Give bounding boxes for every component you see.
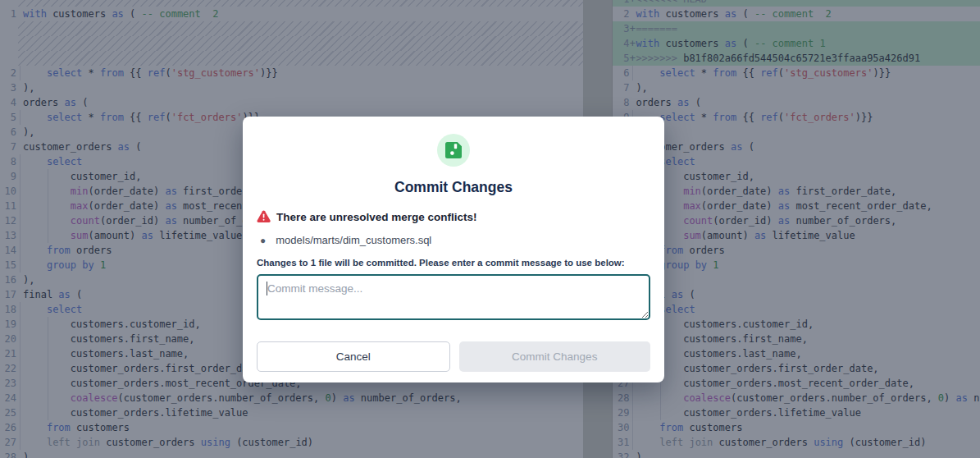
merge-conflict-warning: There are unresolved merge conflicts! bbox=[257, 210, 650, 223]
conflict-file-item: ● models/marts/dim_customers.sql bbox=[257, 234, 650, 246]
commit-message-field-wrap bbox=[257, 274, 650, 320]
cancel-button[interactable]: Cancel bbox=[257, 341, 450, 372]
ide-diff-screen: 1 with customers as ( -- comment 22 sele… bbox=[0, 0, 980, 458]
commit-message-input[interactable] bbox=[257, 274, 650, 320]
conflict-file-list: ● models/marts/dim_customers.sql bbox=[257, 234, 650, 246]
text-cursor bbox=[267, 282, 267, 295]
save-icon-circle bbox=[437, 134, 470, 167]
warning-triangle-icon bbox=[257, 210, 271, 223]
floppy-disk-icon bbox=[445, 142, 462, 158]
commit-changes-modal: Commit Changes There are unresolved merg… bbox=[243, 117, 664, 382]
warning-text: There are unresolved merge conflicts! bbox=[276, 211, 477, 223]
modal-title: Commit Changes bbox=[257, 179, 650, 196]
conflict-file-path: models/marts/dim_customers.sql bbox=[276, 234, 431, 246]
modal-actions: Cancel Commit Changes bbox=[257, 341, 650, 372]
commit-changes-button[interactable]: Commit Changes bbox=[459, 341, 651, 372]
bullet-icon: ● bbox=[260, 235, 266, 246]
commit-instruction: Changes to 1 file will be committed. Ple… bbox=[257, 258, 650, 268]
